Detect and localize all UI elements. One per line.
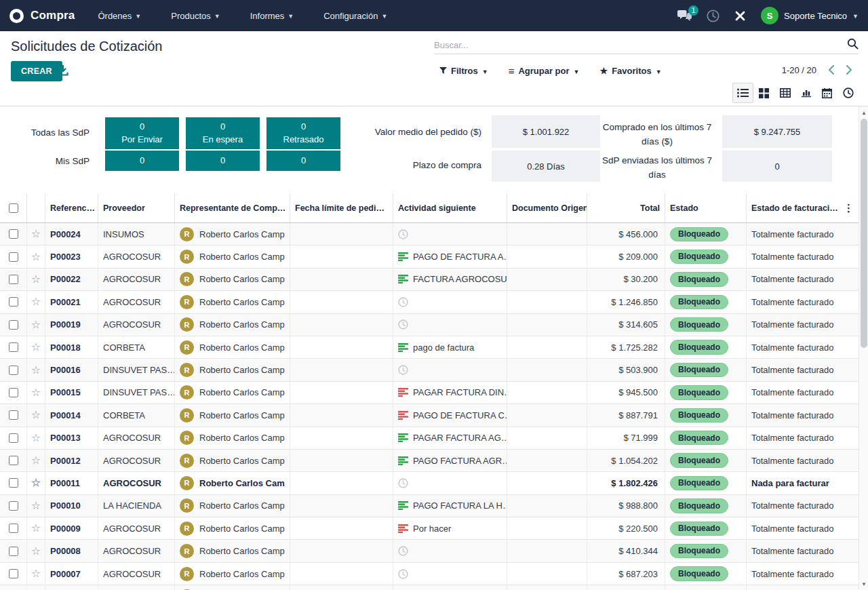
invoice-status-cell[interactable]: Totalmente facturado xyxy=(747,223,859,245)
representative-cell[interactable]: R Roberto Carlos Campañ xyxy=(175,495,290,517)
header-source-document[interactable]: Documento Origen xyxy=(507,193,587,222)
total-cell[interactable]: $ 945.500 xyxy=(587,382,665,404)
status-cell[interactable]: Bloqueado xyxy=(665,314,747,336)
vendor-cell[interactable]: AGROCOSUR xyxy=(98,472,175,494)
favorite-star-icon[interactable]: ☆ xyxy=(31,500,41,511)
my-late-button[interactable]: 0 xyxy=(267,151,340,171)
reference-cell[interactable]: P00011 xyxy=(45,472,98,494)
activity-clock-icon[interactable] xyxy=(398,478,408,488)
header-invoice-status[interactable]: Estado de facturaci… ⋮ xyxy=(747,193,859,222)
invoice-status-cell[interactable]: Totalmente facturado xyxy=(747,336,859,358)
representative-cell[interactable]: R Roberto Carlos Campañ xyxy=(175,450,290,471)
activity-cell[interactable]: PAGAR FACTURA DIN… xyxy=(393,382,507,404)
reference-cell[interactable]: P00009 xyxy=(45,517,98,539)
my-waiting-button[interactable]: 0 xyxy=(186,151,260,171)
deadline-cell[interactable] xyxy=(290,245,393,267)
search-icon[interactable] xyxy=(847,38,859,52)
total-cell[interactable]: $ 30.200 xyxy=(587,269,665,290)
deadline-cell[interactable] xyxy=(290,291,393,313)
deadline-cell[interactable] xyxy=(290,517,393,539)
waiting-button[interactable]: 0En espera xyxy=(186,117,260,149)
reference-cell[interactable]: P00021 xyxy=(45,291,98,313)
vendor-cell[interactable]: AGROCOSUR xyxy=(98,517,175,539)
reference-cell[interactable]: P00016 xyxy=(45,359,98,380)
deadline-cell[interactable] xyxy=(290,223,393,245)
activity-clock-icon[interactable] xyxy=(398,229,408,239)
source-document-cell[interactable] xyxy=(507,585,587,590)
total-cell[interactable]: $ 456.000 xyxy=(587,223,665,245)
group-by-button[interactable]: ≡ Agrupar por ▼ xyxy=(509,65,580,77)
deadline-cell[interactable] xyxy=(290,585,393,590)
status-cell[interactable]: Bloqueado xyxy=(665,359,747,380)
graph-view-icon[interactable] xyxy=(795,83,816,103)
activity-planned-icon[interactable] xyxy=(398,501,408,510)
calendar-view-icon[interactable] xyxy=(816,83,837,103)
header-deadline[interactable]: Fecha límite de pedi… xyxy=(290,193,393,222)
status-cell[interactable]: Bloqueado xyxy=(665,517,747,539)
table-row[interactable]: ☆ P00013 AGROCOSUR R Roberto Carlos Camp… xyxy=(0,427,859,450)
activity-cell[interactable]: pago de factura xyxy=(393,336,507,358)
reference-cell[interactable]: P00019 xyxy=(45,314,98,336)
row-checkbox[interactable] xyxy=(9,433,18,443)
table-row[interactable]: ☆ P00010 LA HACIENDA R Roberto Carlos Ca… xyxy=(0,495,859,517)
activity-cell[interactable] xyxy=(393,314,507,336)
activity-cell[interactable]: PAGO DE FACTURA A… xyxy=(393,245,507,267)
activity-clock-icon[interactable] xyxy=(398,546,408,556)
vendor-cell[interactable]: LA HACIENDA xyxy=(98,495,175,517)
invoice-status-cell[interactable]: Totalmente facturado xyxy=(747,382,859,404)
source-document-cell[interactable] xyxy=(507,269,587,290)
source-document-cell[interactable] xyxy=(507,517,587,539)
activity-cell[interactable]: PAGO FACTURA LA H… xyxy=(393,495,507,517)
messages-icon[interactable]: 1 xyxy=(677,10,692,22)
status-cell[interactable]: Bloqueado xyxy=(665,472,747,494)
total-cell[interactable]: $ 988.800 xyxy=(587,495,665,517)
vendor-cell[interactable]: AGROCOSUR xyxy=(98,427,175,449)
total-cell[interactable]: $ 1.802.426 xyxy=(587,472,665,494)
invoice-status-cell[interactable]: Totalmente facturado xyxy=(747,563,859,585)
total-cell[interactable]: $ 220.500 xyxy=(587,517,665,539)
source-document-cell[interactable] xyxy=(507,336,587,358)
total-cell[interactable]: $ 1.725.282 xyxy=(587,336,665,358)
activity-planned-icon[interactable] xyxy=(398,456,408,465)
total-cell[interactable]: $ 687.203 xyxy=(587,563,665,585)
late-button[interactable]: 0Retrasado xyxy=(267,117,340,149)
total-cell[interactable]: $ 71.999 xyxy=(587,427,665,449)
activity-clock-icon[interactable] xyxy=(398,569,408,579)
source-document-cell[interactable] xyxy=(507,404,587,426)
source-document-cell[interactable] xyxy=(507,291,587,313)
header-vendor[interactable]: Proveedor xyxy=(98,193,175,222)
representative-cell[interactable]: R xyxy=(175,585,290,590)
favorite-star-icon[interactable]: ☆ xyxy=(31,523,41,534)
reference-cell[interactable]: P00008 xyxy=(45,540,98,562)
reference-cell[interactable]: P00014 xyxy=(45,404,98,426)
representative-cell[interactable]: R Roberto Carlos Campañ xyxy=(175,314,290,336)
reference-cell[interactable] xyxy=(45,585,98,590)
invoice-status-cell[interactable]: Totalmente facturado xyxy=(747,495,859,517)
vendor-cell[interactable]: AGROCOSUR xyxy=(98,291,175,313)
activity-cell[interactable]: FACTURA AGROCOSU… xyxy=(393,269,507,290)
scroll-down-icon[interactable]: ▼ xyxy=(859,579,868,589)
vertical-scrollbar[interactable]: ▲ ▼ xyxy=(859,106,868,590)
column-options-icon[interactable]: ⋮ xyxy=(840,202,854,214)
invoice-status-cell[interactable]: Totalmente facturado xyxy=(747,540,859,562)
row-checkbox[interactable] xyxy=(9,501,18,511)
reference-cell[interactable]: P00015 xyxy=(45,382,98,404)
vendor-cell[interactable]: AGROCOSUR xyxy=(98,245,175,267)
activity-cell[interactable]: Por hacer xyxy=(393,517,507,539)
representative-cell[interactable]: R Roberto Carlos Campañ xyxy=(175,245,290,267)
activity-cell[interactable] xyxy=(393,540,507,562)
odoo-logo-icon[interactable] xyxy=(9,9,24,23)
table-row[interactable]: ☆ P00008 AGROCOSUR R Roberto Carlos Camp… xyxy=(0,540,859,562)
status-cell[interactable]: Bloqueado xyxy=(665,404,747,426)
favorite-star-icon[interactable]: ☆ xyxy=(31,455,41,466)
vendor-cell[interactable] xyxy=(98,585,175,590)
representative-cell[interactable]: R Roberto Carlos Campañ xyxy=(175,404,290,426)
table-row[interactable]: ☆ P00018 CORBETA R Roberto Carlos Campañ… xyxy=(0,336,859,359)
favorite-star-icon[interactable]: ☆ xyxy=(31,410,41,420)
invoice-status-cell[interactable]: Totalmente facturado xyxy=(747,291,859,313)
deadline-cell[interactable] xyxy=(290,404,393,426)
favorite-star-icon[interactable]: ☆ xyxy=(31,296,41,307)
my-to-send-button[interactable]: 0 xyxy=(105,151,179,171)
activity-planned-icon[interactable] xyxy=(398,275,408,283)
vendor-cell[interactable]: DINSUVET PAS… xyxy=(98,382,175,404)
